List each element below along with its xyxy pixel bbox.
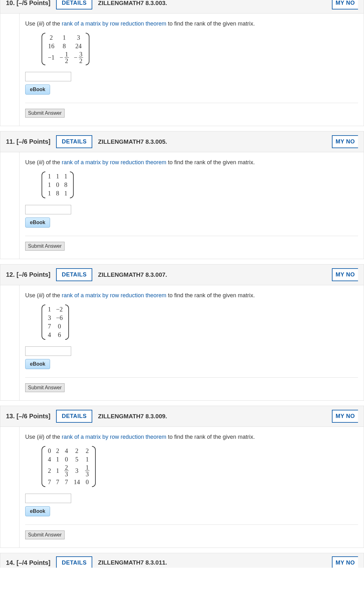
matrix-cell: 24 (75, 43, 82, 50)
matrix-cell: 8 (56, 190, 59, 197)
question-number: 13. [–/6 Points] (6, 413, 50, 420)
question-header: 11. [–/6 Points] DETAILS ZILLENGMATH7 8.… (0, 131, 364, 152)
details-button[interactable]: DETAILS (56, 268, 92, 281)
matrix-grid: 1−23−67046 (45, 304, 65, 340)
paren-left-icon (41, 445, 45, 488)
matrix-display: 1−23−67046 (41, 304, 70, 342)
details-button[interactable]: DETAILS (56, 556, 92, 568)
matrix: 21316824−1−12−32 (41, 32, 90, 66)
paren-right-icon (86, 32, 90, 66)
submit-row: Submit Answer (25, 525, 358, 539)
matrix-cell: 1 (63, 34, 66, 41)
paren-left-icon (41, 171, 45, 199)
question-source: ZILLENGMATH7 8.3.011. (98, 559, 167, 566)
matrix-cell: −2 (56, 306, 63, 313)
matrix-cell: 2 (75, 447, 78, 455)
matrix-cell: 7 (56, 478, 59, 486)
matrix-cell: −32 (74, 51, 83, 64)
my-notes-button[interactable]: MY NO (332, 268, 358, 281)
answer-input[interactable] (25, 72, 71, 81)
matrix: 111108181 (41, 171, 74, 199)
my-notes-button[interactable]: MY NO (332, 135, 358, 148)
matrix-cell: 1 (86, 456, 89, 463)
matrix-cell: 3 (77, 34, 80, 41)
theorem-link[interactable]: rank of a matrix by row reduction theore… (62, 159, 166, 165)
question-source: ZILLENGMATH7 8.3.005. (98, 138, 167, 145)
theorem-link[interactable]: rank of a matrix by row reduction theore… (62, 434, 166, 440)
answer-input[interactable] (25, 346, 71, 356)
matrix-cell: 1 (48, 181, 51, 188)
answer-input[interactable] (25, 205, 71, 214)
my-notes-button[interactable]: MY NO (332, 410, 358, 423)
matrix-cell: 13 (85, 464, 89, 477)
matrix-cell: 2 (48, 467, 51, 474)
matrix-cell: 2 (86, 447, 89, 455)
paren-left-icon (41, 304, 45, 340)
my-notes-button[interactable]: MY NO (332, 0, 358, 9)
paren-right-icon (92, 445, 96, 488)
submit-answer-button[interactable]: Submit Answer (25, 383, 65, 392)
answer-input[interactable] (25, 494, 71, 503)
submit-row: Submit Answer (25, 103, 358, 118)
submit-row: Submit Answer (25, 236, 358, 251)
matrix-cell: 4 (48, 456, 51, 463)
paren-left-icon (41, 32, 45, 66)
matrix-cell: 8 (63, 43, 66, 50)
matrix-cell: 0 (65, 456, 68, 463)
question-block: 11. [–/6 Points] DETAILS ZILLENGMATH7 8.… (0, 131, 364, 259)
question-number: 10. [–/5 Points] (6, 0, 50, 7)
paren-right-icon (65, 304, 70, 340)
question-prompt: Use (iii) of the rank of a matrix by row… (25, 20, 358, 27)
matrix-cell: −6 (56, 314, 63, 322)
ebook-button[interactable]: eBook (25, 84, 50, 95)
question-source: ZILLENGMATH7 8.3.009. (98, 413, 167, 420)
submit-answer-button[interactable]: Submit Answer (25, 109, 65, 118)
my-notes-button[interactable]: MY NO (332, 556, 358, 568)
theorem-link[interactable]: rank of a matrix by row reduction theore… (62, 292, 166, 299)
matrix-cell: 7 (48, 478, 51, 486)
theorem-link[interactable]: rank of a matrix by row reduction theore… (62, 20, 166, 27)
matrix-cell: 7 (65, 478, 68, 486)
matrix-cell: 6 (58, 331, 61, 339)
matrix-cell: 1 (56, 456, 59, 463)
matrix-cell: 8 (64, 181, 67, 188)
ebook-button[interactable]: eBook (25, 217, 50, 228)
matrix-cell: 7 (48, 323, 51, 330)
matrix-cell: 1 (48, 190, 51, 197)
matrix-cell: 1 (64, 190, 67, 197)
paren-right-icon (70, 171, 74, 199)
matrix-cell: −12 (60, 51, 69, 64)
matrix-cell: 14 (74, 478, 80, 486)
matrix-cell: 0 (48, 447, 51, 455)
matrix-cell: 16 (48, 43, 54, 50)
question-number: 12. [–/6 Points] (6, 271, 50, 278)
matrix-display: 111108181 (41, 171, 74, 200)
question-block: 10. [–/5 Points] DETAILS ZILLENGMATH7 8.… (0, 0, 364, 126)
details-button[interactable]: DETAILS (56, 135, 92, 148)
question-body: Use (iii) of the rank of a matrix by row… (19, 427, 364, 548)
matrix-cell: 4 (48, 331, 51, 339)
details-button[interactable]: DETAILS (56, 0, 92, 9)
submit-answer-button[interactable]: Submit Answer (25, 531, 65, 539)
matrix-grid: 111108181 (45, 171, 70, 199)
submit-answer-button[interactable]: Submit Answer (25, 242, 65, 251)
matrix-cell: 3 (75, 467, 78, 474)
matrix-grid: 21316824−1−12−32 (45, 32, 86, 66)
question-number: 14. [–/4 Points] (6, 559, 50, 566)
matrix-cell: 1 (64, 173, 67, 180)
question-source: ZILLENGMATH7 8.3.003. (98, 0, 167, 7)
question-body: Use (iii) of the rank of a matrix by row… (19, 14, 364, 126)
question-header: 14. [–/4 Points] DETAILS ZILLENGMATH7 8.… (0, 553, 364, 568)
question-header: 10. [–/5 Points] DETAILS ZILLENGMATH7 8.… (0, 0, 364, 14)
matrix-display: 21316824−1−12−32 (41, 32, 90, 67)
matrix-cell: 1 (48, 306, 51, 313)
question-block: 12. [–/6 Points] DETAILS ZILLENGMATH7 8.… (0, 264, 364, 401)
ebook-button[interactable]: eBook (25, 506, 50, 516)
question-body: Use (iii) of the rank of a matrix by row… (19, 152, 364, 259)
matrix-cell: −1 (48, 54, 54, 61)
ebook-button[interactable]: eBook (25, 359, 50, 369)
question-prompt: Use (iii) of the rank of a matrix by row… (25, 434, 358, 440)
matrix-cell: 1 (56, 467, 59, 474)
matrix-cell: 0 (56, 181, 59, 188)
details-button[interactable]: DETAILS (56, 410, 92, 423)
